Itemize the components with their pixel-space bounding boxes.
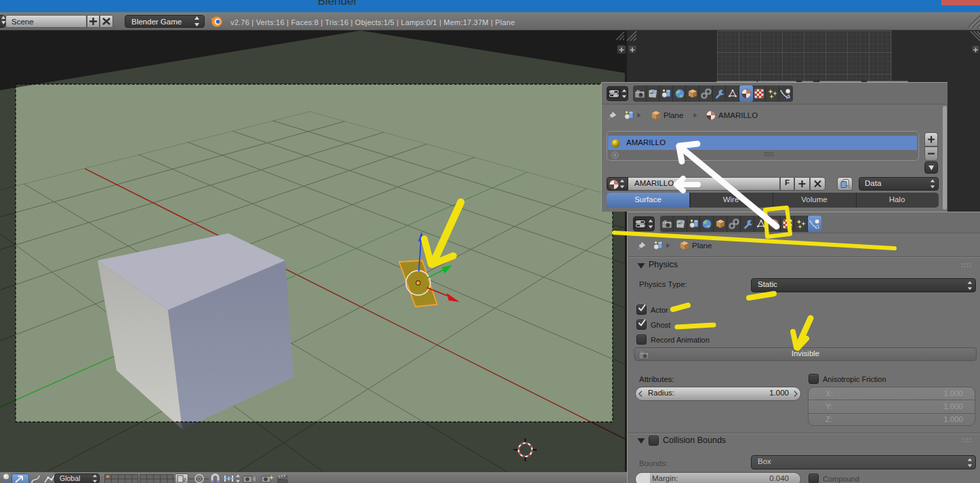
svg-text:2: 2 <box>183 477 186 483</box>
